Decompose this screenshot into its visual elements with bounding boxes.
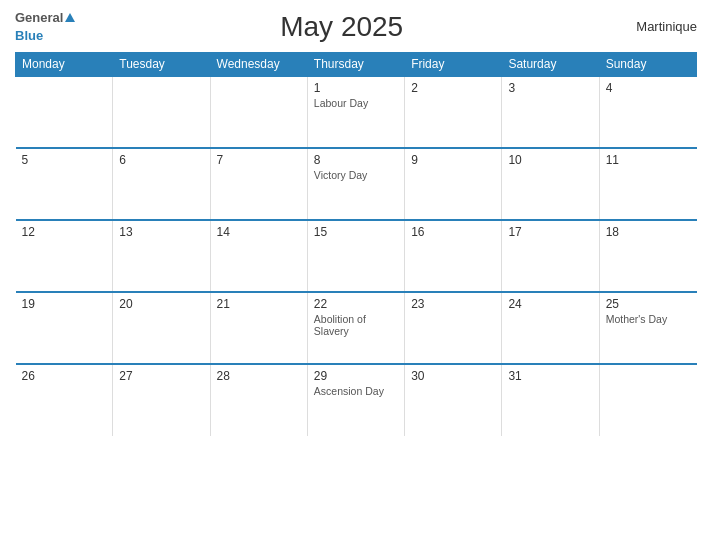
col-wednesday: Wednesday [210, 52, 307, 76]
day-number: 23 [411, 297, 495, 311]
day-number: 9 [411, 153, 495, 167]
calendar-day-cell: 19 [16, 292, 113, 364]
calendar-day-cell: 13 [113, 220, 210, 292]
day-number: 3 [508, 81, 592, 95]
calendar-day-cell: 23 [405, 292, 502, 364]
day-number: 13 [119, 225, 203, 239]
day-number: 29 [314, 369, 398, 383]
day-number: 21 [217, 297, 301, 311]
calendar-day-cell: 29Ascension Day [307, 364, 404, 436]
col-friday: Friday [405, 52, 502, 76]
day-number: 11 [606, 153, 691, 167]
day-number: 7 [217, 153, 301, 167]
calendar-day-cell: 1Labour Day [307, 76, 404, 148]
day-number: 10 [508, 153, 592, 167]
day-number: 12 [22, 225, 107, 239]
day-number: 8 [314, 153, 398, 167]
calendar-day-cell: 4 [599, 76, 696, 148]
day-number: 27 [119, 369, 203, 383]
calendar-day-cell: 18 [599, 220, 696, 292]
day-event: Labour Day [314, 97, 398, 109]
col-saturday: Saturday [502, 52, 599, 76]
day-number: 14 [217, 225, 301, 239]
calendar-week-row: 5678Victory Day91011 [16, 148, 697, 220]
calendar-header-row: Monday Tuesday Wednesday Thursday Friday… [16, 52, 697, 76]
calendar-day-cell: 31 [502, 364, 599, 436]
calendar-week-row: 1Labour Day234 [16, 76, 697, 148]
day-number: 16 [411, 225, 495, 239]
calendar-day-cell: 22Abolition of Slavery [307, 292, 404, 364]
logo-content: General Blue [15, 10, 76, 44]
calendar-day-cell [210, 76, 307, 148]
calendar-day-cell: 7 [210, 148, 307, 220]
day-number: 31 [508, 369, 592, 383]
day-number: 18 [606, 225, 691, 239]
calendar-day-cell: 3 [502, 76, 599, 148]
calendar-day-cell: 21 [210, 292, 307, 364]
calendar-day-cell: 11 [599, 148, 696, 220]
calendar-day-cell: 8Victory Day [307, 148, 404, 220]
calendar-day-cell: 17 [502, 220, 599, 292]
header: General Blue May 2025 Martinique [15, 10, 697, 44]
day-number: 25 [606, 297, 691, 311]
calendar-day-cell: 24 [502, 292, 599, 364]
logo-blue-text: Blue [15, 28, 43, 43]
col-tuesday: Tuesday [113, 52, 210, 76]
calendar-day-cell: 9 [405, 148, 502, 220]
day-number: 28 [217, 369, 301, 383]
col-monday: Monday [16, 52, 113, 76]
day-event: Mother's Day [606, 313, 691, 325]
calendar-week-row: 12131415161718 [16, 220, 697, 292]
calendar-day-cell: 6 [113, 148, 210, 220]
calendar-day-cell: 26 [16, 364, 113, 436]
calendar-day-cell: 16 [405, 220, 502, 292]
calendar-day-cell: 27 [113, 364, 210, 436]
calendar-day-cell: 20 [113, 292, 210, 364]
calendar-day-cell: 10 [502, 148, 599, 220]
calendar-page: General Blue May 2025 Martinique Monday … [0, 0, 712, 550]
day-number: 17 [508, 225, 592, 239]
day-number: 6 [119, 153, 203, 167]
calendar-day-cell [16, 76, 113, 148]
day-number: 15 [314, 225, 398, 239]
calendar-day-cell: 25Mother's Day [599, 292, 696, 364]
day-event: Abolition of Slavery [314, 313, 398, 337]
logo-general-text: General [15, 10, 63, 26]
month-title: May 2025 [76, 11, 607, 43]
calendar-day-cell: 30 [405, 364, 502, 436]
col-thursday: Thursday [307, 52, 404, 76]
day-event: Victory Day [314, 169, 398, 181]
calendar-day-cell: 28 [210, 364, 307, 436]
day-number: 30 [411, 369, 495, 383]
logo-triangle-icon [65, 13, 75, 22]
logo: General Blue [15, 10, 76, 44]
day-number: 26 [22, 369, 107, 383]
calendar-week-row: 26272829Ascension Day3031 [16, 364, 697, 436]
day-number: 20 [119, 297, 203, 311]
calendar-day-cell [113, 76, 210, 148]
calendar-day-cell: 2 [405, 76, 502, 148]
day-number: 5 [22, 153, 107, 167]
day-number: 19 [22, 297, 107, 311]
day-number: 4 [606, 81, 691, 95]
calendar-day-cell [599, 364, 696, 436]
col-sunday: Sunday [599, 52, 696, 76]
calendar-day-cell: 14 [210, 220, 307, 292]
calendar-day-cell: 12 [16, 220, 113, 292]
calendar-week-row: 19202122Abolition of Slavery232425Mother… [16, 292, 697, 364]
day-number: 1 [314, 81, 398, 95]
day-event: Ascension Day [314, 385, 398, 397]
day-number: 24 [508, 297, 592, 311]
region-label: Martinique [607, 19, 697, 34]
calendar-table: Monday Tuesday Wednesday Thursday Friday… [15, 52, 697, 436]
calendar-day-cell: 5 [16, 148, 113, 220]
calendar-day-cell: 15 [307, 220, 404, 292]
day-number: 22 [314, 297, 398, 311]
day-number: 2 [411, 81, 495, 95]
